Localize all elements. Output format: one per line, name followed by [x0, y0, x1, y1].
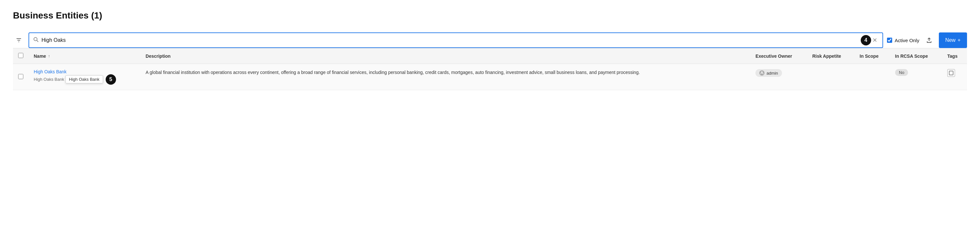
svg-point-3	[34, 38, 37, 41]
search-icon	[33, 37, 39, 44]
active-only-checkbox[interactable]	[887, 38, 892, 43]
row-name-cell: High Oaks Bank High Oaks Bank High Oaks …	[29, 64, 140, 90]
step-badge-5: 5	[106, 74, 116, 85]
owner-badge: admin	[756, 69, 782, 77]
entity-description: A global financial institution with oper…	[145, 70, 640, 75]
header-checkbox-cell	[13, 48, 29, 64]
svg-line-4	[37, 40, 38, 42]
header-description: Description	[140, 48, 750, 64]
table-container: Name ↑ Description Executive Owner Risk …	[13, 48, 967, 90]
row-risk-cell	[807, 64, 854, 90]
header-in-rcsa-scope: In RCSA Scope	[890, 48, 942, 64]
new-button[interactable]: New +	[939, 32, 967, 48]
active-only-text: Active Only	[895, 38, 920, 43]
row-description-cell: A global financial institution with oper…	[140, 64, 750, 90]
search-input[interactable]	[41, 37, 858, 43]
table-row: High Oaks Bank High Oaks Bank High Oaks …	[13, 64, 967, 90]
row-tags-cell	[942, 64, 967, 90]
header-risk-appetite: Risk Appetite	[807, 48, 854, 64]
sort-arrow-name: ↑	[48, 54, 50, 58]
entity-name-link[interactable]: High Oaks Bank	[34, 69, 135, 74]
new-button-label: New	[945, 37, 956, 43]
select-all-checkbox[interactable]	[18, 53, 23, 58]
export-button[interactable]	[923, 34, 935, 46]
header-tags: Tags	[942, 48, 967, 64]
new-button-icon: +	[958, 37, 961, 43]
entity-tooltip: High Oaks Bank	[65, 75, 103, 83]
step-badge-4: 4	[861, 35, 871, 45]
row-checkbox-cell	[13, 64, 29, 90]
entity-sub-name: High Oaks Bank	[34, 77, 64, 82]
header-name[interactable]: Name ↑	[29, 48, 140, 64]
table-header-row: Name ↑ Description Executive Owner Risk …	[13, 48, 967, 64]
svg-rect-6	[949, 71, 953, 75]
filter-button[interactable]	[13, 34, 25, 46]
owner-name: admin	[767, 71, 778, 75]
page-title: Business Entities (1)	[13, 10, 967, 21]
header-in-scope: In Scope	[854, 48, 890, 64]
header-executive-owner: Executive Owner	[750, 48, 807, 64]
search-bar: 4 ✕	[29, 32, 883, 48]
clear-search-button[interactable]: ✕	[871, 37, 878, 44]
row-owner-cell: admin	[750, 64, 807, 90]
owner-icon	[759, 71, 765, 75]
page-container: Business Entities (1) 4 ✕	[0, 0, 980, 103]
toolbar: 4 ✕ Active Only New +	[13, 32, 967, 48]
active-only-label[interactable]: Active Only	[887, 38, 920, 43]
row-rcsa-cell: No	[890, 64, 942, 90]
rcsa-scope-badge: No	[895, 69, 908, 76]
tags-icon[interactable]	[947, 69, 955, 77]
row-scope-cell	[854, 64, 890, 90]
entities-table: Name ↑ Description Executive Owner Risk …	[13, 48, 967, 90]
row-select-checkbox[interactable]	[18, 74, 23, 79]
